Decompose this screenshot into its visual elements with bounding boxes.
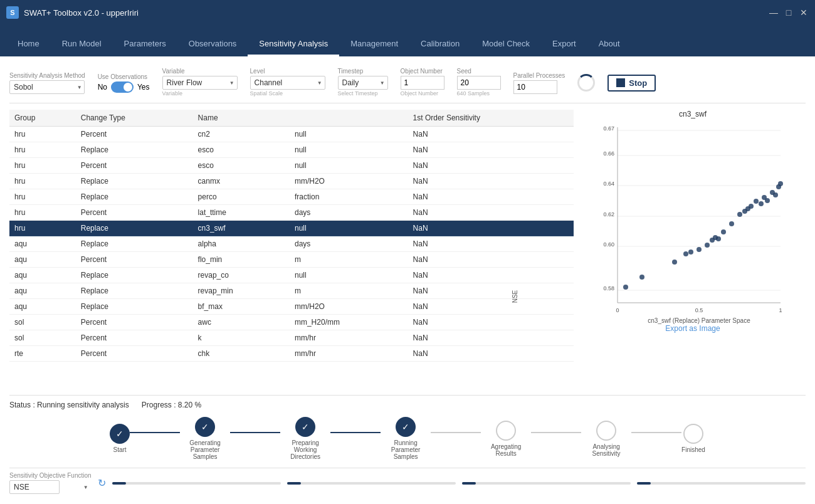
parallel-label: Parallel Processes bbox=[513, 72, 565, 79]
cell-change-type: Percent bbox=[76, 330, 193, 346]
table-row[interactable]: hru Percent lat_ttime days NaN bbox=[9, 205, 574, 221]
scatter-chart: NSE 0.67 0.66 0.64 0.62 0.60 0.58 0 bbox=[599, 121, 787, 322]
cell-change-type: Replace bbox=[76, 283, 193, 299]
table-row[interactable]: hru Replace cn3_swf null NaN bbox=[9, 221, 574, 236]
cell-sensitivity: NaN bbox=[408, 299, 574, 315]
cell-unit: null bbox=[290, 221, 408, 236]
table-row[interactable]: aqu Replace revap_min m NaN bbox=[9, 283, 574, 299]
nav-management[interactable]: Management bbox=[339, 33, 409, 56]
nav-observations[interactable]: Observations bbox=[177, 33, 248, 56]
nav-export[interactable]: Export bbox=[541, 33, 587, 56]
cell-sensitivity: NaN bbox=[408, 236, 574, 252]
cell-sensitivity: NaN bbox=[408, 221, 574, 236]
stop-button[interactable]: Stop bbox=[607, 75, 656, 92]
cell-group: sol bbox=[9, 315, 76, 330]
svg-point-22 bbox=[688, 249, 693, 255]
obj-func-select[interactable]: NSE bbox=[9, 480, 60, 494]
svg-point-27 bbox=[716, 236, 721, 241]
svg-text:0.58: 0.58 bbox=[603, 285, 614, 291]
cell-unit: fraction bbox=[290, 189, 408, 205]
cell-unit: null bbox=[290, 142, 408, 158]
level-label: Level bbox=[250, 68, 325, 75]
svg-point-35 bbox=[759, 201, 764, 206]
cell-group: aqu bbox=[9, 299, 76, 315]
cell-change-type: Percent bbox=[76, 205, 193, 221]
step-aggregate-circle bbox=[496, 421, 516, 441]
seed-input[interactable] bbox=[457, 76, 501, 90]
variable-select[interactable]: River Flow bbox=[162, 76, 238, 90]
nav-parameters[interactable]: Parameters bbox=[113, 33, 177, 56]
table-row[interactable]: hru Replace canmx mm/H2O NaN bbox=[9, 174, 574, 189]
svg-point-21 bbox=[683, 251, 688, 256]
status-bar: Status : Running sensitivity analysis Pr… bbox=[9, 395, 806, 468]
maximize-button[interactable]: □ bbox=[784, 8, 794, 18]
cell-name: lat_ttime bbox=[193, 205, 290, 221]
cell-change-type: Percent bbox=[76, 346, 193, 362]
table-row[interactable]: sol Percent k mm/hr NaN bbox=[9, 330, 574, 346]
object-number-input[interactable] bbox=[401, 76, 444, 90]
step-finished-label: Finished bbox=[681, 446, 705, 453]
select-timestep-hint: Select Timestep bbox=[338, 90, 388, 97]
cell-name: revap_min bbox=[193, 283, 290, 299]
nav-run-model[interactable]: Run Model bbox=[51, 33, 113, 56]
table-row[interactable]: sol Percent awc mm_H20/mm NaN bbox=[9, 315, 574, 330]
table-row[interactable]: aqu Replace alpha days NaN bbox=[9, 236, 574, 252]
cell-sensitivity: NaN bbox=[408, 268, 574, 283]
timestep-select[interactable]: Daily bbox=[338, 76, 388, 90]
method-label: Sensitivity Analysis Method bbox=[9, 72, 85, 79]
cell-group: hru bbox=[9, 205, 76, 221]
table-row[interactable]: aqu Replace revap_co null NaN bbox=[9, 268, 574, 283]
table-row[interactable]: hru Percent esco null NaN bbox=[9, 158, 574, 174]
cell-group: hru bbox=[9, 142, 76, 158]
status-label: Status bbox=[9, 401, 31, 409]
use-obs-toggle[interactable] bbox=[111, 81, 134, 93]
cell-sensitivity: NaN bbox=[408, 205, 574, 221]
step-prep-label: Preparing Working Directories bbox=[280, 439, 330, 460]
cell-change-type: Percent bbox=[76, 252, 193, 268]
nav-calibration[interactable]: Calibration bbox=[409, 33, 471, 56]
svg-point-24 bbox=[705, 243, 710, 248]
refresh-button[interactable]: ↻ bbox=[98, 477, 106, 489]
parallel-input[interactable] bbox=[513, 80, 557, 94]
cell-sensitivity: NaN bbox=[408, 315, 574, 330]
status-value: : Running sensitivity analysis bbox=[33, 401, 129, 409]
cell-unit: days bbox=[290, 236, 408, 252]
table-row[interactable]: rte Percent chk mm/hr NaN bbox=[9, 346, 574, 362]
cell-change-type: Replace bbox=[76, 189, 193, 205]
svg-point-39 bbox=[773, 192, 778, 197]
minimize-button[interactable]: — bbox=[769, 8, 779, 18]
cell-change-type: Replace bbox=[76, 268, 193, 283]
progress-group: Progress : 8.20 % bbox=[142, 401, 201, 409]
level-select[interactable]: Channel bbox=[250, 76, 325, 90]
step-run-circle: ✓ bbox=[396, 417, 416, 437]
close-button[interactable]: ✕ bbox=[799, 8, 809, 18]
cell-unit: days bbox=[290, 205, 408, 221]
cell-sensitivity: NaN bbox=[408, 330, 574, 346]
table-row[interactable]: hru Replace perco fraction NaN bbox=[9, 189, 574, 205]
svg-text:0.62: 0.62 bbox=[603, 211, 614, 218]
connector-1 bbox=[130, 432, 180, 433]
cell-unit: mm/hr bbox=[290, 330, 408, 346]
step-gen-samples: ✓ Generating Parameter Samples bbox=[180, 417, 230, 460]
obj-func-label: Sensitivity Objective Function bbox=[9, 472, 92, 479]
cell-name: esco bbox=[193, 158, 290, 174]
app-title: SWAT+ Toolbox v2.0 - upperIriri bbox=[24, 8, 139, 18]
cell-change-type: Percent bbox=[76, 315, 193, 330]
stop-icon bbox=[616, 78, 625, 87]
table-row[interactable]: hru Percent cn2 null NaN bbox=[9, 127, 574, 142]
table-row[interactable]: aqu Percent flo_min m NaN bbox=[9, 252, 574, 268]
col-change-type: Change Type bbox=[76, 110, 193, 127]
nav-model-check[interactable]: Model Check bbox=[471, 33, 541, 56]
export-image-button[interactable]: Export as Image bbox=[665, 324, 720, 333]
nav-sensitivity-analysis[interactable]: Sensitivity Analysis bbox=[248, 33, 339, 56]
nav-about[interactable]: About bbox=[587, 33, 631, 56]
col-group: Group bbox=[9, 110, 76, 127]
progress-bar-2 bbox=[287, 482, 456, 485]
table-row[interactable]: aqu Replace bf_max mm/H2O NaN bbox=[9, 299, 574, 315]
progress-fill-1 bbox=[112, 482, 126, 485]
svg-text:0.5: 0.5 bbox=[695, 307, 703, 313]
nav-home[interactable]: Home bbox=[6, 33, 51, 56]
table-row[interactable]: hru Replace esco null NaN bbox=[9, 142, 574, 158]
cell-unit: m bbox=[290, 252, 408, 268]
method-select[interactable]: Sobol bbox=[9, 80, 85, 94]
